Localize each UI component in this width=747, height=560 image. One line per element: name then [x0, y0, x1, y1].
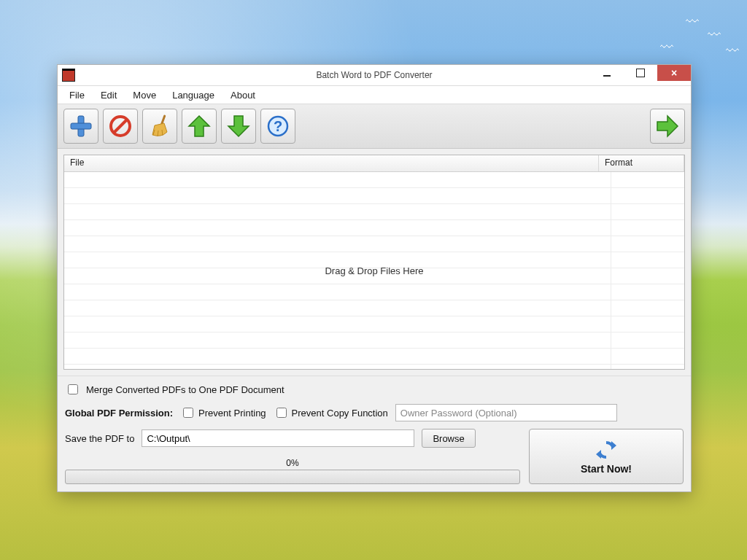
- broom-icon: [148, 114, 171, 138]
- prevent-copy-option[interactable]: Prevent Copy Function: [274, 405, 388, 420]
- arrow-down-icon: [227, 114, 250, 138]
- toolbar: ?: [58, 104, 691, 149]
- permissions-row: Global PDF Permission: Prevent Printing …: [65, 404, 684, 421]
- permissions-title: Global PDF Permission:: [65, 408, 173, 419]
- svg-marker-8: [596, 450, 601, 459]
- svg-line-3: [114, 120, 127, 133]
- svg-rect-1: [71, 123, 91, 129]
- convert-button[interactable]: [650, 109, 685, 144]
- progress-text: 0%: [65, 458, 520, 468]
- clear-button[interactable]: [142, 109, 177, 144]
- help-icon: ?: [266, 114, 290, 138]
- column-file[interactable]: File: [64, 155, 599, 171]
- browse-label: Browse: [433, 433, 464, 444]
- arrow-up-icon: [187, 114, 211, 138]
- merge-option[interactable]: Merge Converted PDFs to One PDF Document: [65, 382, 684, 397]
- column-format[interactable]: Format: [599, 155, 684, 171]
- bird-icon: 〰: [660, 40, 673, 55]
- progress-bar: [65, 470, 520, 484]
- save-path-label: Save the PDF to: [65, 433, 134, 444]
- remove-button[interactable]: [103, 109, 138, 144]
- merge-checkbox[interactable]: [68, 384, 78, 394]
- main-area: File Format Drag & Drop Files Here: [58, 149, 691, 376]
- save-path-input[interactable]: [142, 429, 414, 447]
- svg-marker-7: [611, 441, 616, 450]
- menu-move[interactable]: Move: [125, 88, 163, 103]
- window-buttons: ×: [590, 65, 691, 85]
- menu-about[interactable]: About: [223, 88, 263, 103]
- move-up-button[interactable]: [182, 109, 217, 144]
- close-button[interactable]: ×: [657, 65, 691, 81]
- svg-text:?: ?: [274, 118, 282, 134]
- prevent-copy-checkbox[interactable]: [276, 408, 287, 418]
- bird-icon: 〰: [686, 15, 699, 30]
- arrow-right-icon: [656, 114, 679, 138]
- file-list-body[interactable]: Drag & Drop Files Here: [64, 172, 684, 369]
- maximize-button[interactable]: [624, 65, 657, 81]
- move-down-button[interactable]: [221, 109, 256, 144]
- prevent-print-label: Prevent Printing: [198, 408, 266, 419]
- options-panel: Merge Converted PDFs to One PDF Document…: [58, 376, 691, 491]
- file-list[interactable]: File Format Drag & Drop Files Here: [63, 155, 685, 370]
- minimize-button[interactable]: [590, 65, 624, 81]
- browse-button[interactable]: Browse: [422, 429, 475, 448]
- menu-bar: File Edit Move Language About: [58, 86, 691, 104]
- menu-file[interactable]: File: [62, 88, 92, 103]
- titlebar[interactable]: Batch Word to PDF Converter ×: [58, 65, 691, 86]
- bird-icon: 〰: [708, 28, 721, 43]
- help-button[interactable]: ?: [260, 109, 295, 144]
- desktop-background: 〰 〰 〰 〰 Batch Word to PDF Converter × Fi…: [0, 0, 747, 560]
- owner-password-input[interactable]: [395, 404, 617, 421]
- plus-icon: [69, 114, 93, 138]
- save-path-row: Save the PDF to Browse: [65, 429, 520, 448]
- menu-language[interactable]: Language: [165, 88, 222, 103]
- menu-edit[interactable]: Edit: [93, 88, 124, 103]
- prevent-print-checkbox[interactable]: [183, 408, 193, 418]
- refresh-icon: [595, 438, 618, 462]
- no-entry-icon: [109, 114, 132, 138]
- prevent-print-option[interactable]: Prevent Printing: [180, 405, 266, 420]
- progress-section: 0%: [65, 458, 520, 484]
- merge-label: Merge Converted PDFs to One PDF Document: [86, 384, 285, 395]
- app-window: Batch Word to PDF Converter × File Edit …: [57, 64, 692, 492]
- start-button[interactable]: Start Now!: [529, 429, 684, 484]
- drop-hint: Drag & Drop Files Here: [64, 265, 684, 276]
- add-button[interactable]: [63, 109, 98, 144]
- column-headers: File Format: [64, 155, 684, 172]
- app-icon: [62, 69, 75, 82]
- bottom-row: Save the PDF to Browse 0%: [65, 429, 684, 484]
- bird-icon: 〰: [726, 44, 739, 59]
- start-label: Start Now!: [581, 463, 632, 475]
- prevent-copy-label: Prevent Copy Function: [292, 408, 388, 419]
